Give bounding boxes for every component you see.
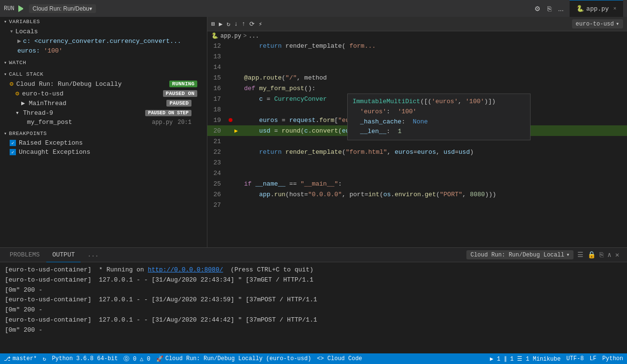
tt-line3: _hash_cache: None (353, 117, 525, 127)
line-num-24: 24 (207, 170, 227, 177)
cs-mainthread-label: ▶ MainThread (21, 99, 164, 107)
python-label: Python 3.6.8 64-bit (52, 355, 118, 362)
sb-branch[interactable]: ⎇ master* (4, 355, 37, 363)
variable-tooltip: ImmutableMultiDict([('euros', '100')]) '… (347, 94, 531, 140)
output-dropdown-chevron: ▾ (566, 251, 570, 258)
variables-header[interactable]: ▾ VARIABLES (0, 17, 207, 27)
output-link[interactable]: http://0.0.0.0:8080/ (148, 266, 223, 273)
tab-close-icon[interactable]: × (613, 6, 616, 12)
debug-dropdown-chevron: ▾ (616, 20, 619, 27)
sb-errors[interactable]: ⓪ 0 △ 0 (123, 355, 150, 363)
list-icon[interactable]: ☰ (577, 251, 584, 259)
breakpoints-header[interactable]: ▾ BREAKPOINTS (0, 129, 207, 138)
sb-language[interactable]: Python (602, 355, 623, 363)
cs-cloud-run[interactable]: ⚙ Cloud Run: Run/Debug Locally RUNNING (0, 79, 207, 89)
line-num-25: 25 (207, 180, 227, 188)
cs-euro-to-usd[interactable]: ⚙ euro-to-usd PAUSED ON (0, 89, 207, 98)
line-content-25[interactable]: if __name__ == "__main__": (242, 180, 627, 188)
line-num-15: 15 (207, 74, 227, 81)
tab-apppy[interactable]: 🐍 app.py × (570, 0, 623, 17)
cs-lineno: 20:1 (177, 119, 191, 126)
sb-debug-info[interactable]: ▶ 1 ∥ 1 ☰ 1 Minikube (490, 355, 561, 363)
bp-dot-19[interactable] (227, 118, 234, 122)
more-icon[interactable]: ... (557, 4, 565, 13)
callstack-header[interactable]: ▾ CALL STACK (0, 69, 207, 79)
code-line-22: 22 return render_template("form.html", e… (207, 147, 627, 157)
code-lines: 12 return render_template( form... 13 14 (207, 40, 627, 247)
var-c[interactable]: ▶ c: <currency_converter.currency_conver… (0, 36, 207, 46)
tab-more[interactable]: ... (82, 248, 104, 262)
code-line-23: 23 (207, 157, 627, 168)
var-euros: euros: '100' (0, 46, 207, 56)
bp-uncaught: Uncaught Exceptions (0, 148, 207, 157)
debug-toolbar: ⊞ ▶ ↻ ↓ ↑ ⟳ ⚡ euro-to-usd ▾ (207, 17, 627, 31)
debug-grid-icon[interactable]: ⊞ (211, 20, 215, 28)
right-panel: ⊞ ▶ ↻ ↓ ↑ ⟳ ⚡ euro-to-usd ▾ 🐍 app.py > .… (207, 17, 627, 247)
branch-icon: ⎇ (4, 355, 11, 363)
code-line-24: 24 (207, 168, 627, 178)
copy-icon[interactable]: ⎘ (600, 251, 603, 259)
sb-cloud-code[interactable]: <> Cloud Code (317, 355, 362, 362)
locals-label: Locals (15, 28, 38, 35)
cs-my-form-post[interactable]: my_form_post app.py 20:1 (0, 118, 207, 127)
tab-problems[interactable]: PROBLEMS (4, 248, 45, 262)
output-line-1: [euro-to-usd-container] * Running on htt… (5, 265, 622, 275)
code-line-12: 12 return render_template( form... (207, 40, 627, 51)
tab-filename: app.py (586, 5, 609, 13)
terminal-icon[interactable]: ⎘ (546, 4, 552, 13)
callstack-section: ▾ CALL STACK ⚙ Cloud Run: Run/Debug Loca… (0, 69, 207, 127)
output-line-5: [0m" 200 - (5, 305, 622, 315)
debug-stepover-icon[interactable]: ↓ (234, 20, 238, 27)
bp-uncaught-label: Uncaught Exceptions (19, 148, 90, 156)
bp-uncaught-checkbox[interactable] (10, 149, 16, 155)
sb-python[interactable]: Python 3.6.8 64-bit (52, 355, 118, 362)
chevron-up-icon[interactable]: ∧ (607, 251, 611, 259)
line-content-16[interactable]: def my_form_post(): (242, 85, 627, 92)
sb-right: ▶ 1 ∥ 1 ☰ 1 Minikube UTF-8 LF Python (490, 355, 623, 363)
output-dropdown-label: Cloud Run: Run/Debug Locall (470, 252, 564, 258)
debug-stepup-icon[interactable]: ↑ (242, 20, 245, 27)
sb-sync[interactable]: ↻ (42, 355, 46, 363)
bp-raised-checkbox[interactable] (10, 140, 16, 146)
debug-disconnect-icon[interactable]: ⚡ (259, 20, 262, 28)
status-bar: ⎇ master* ↻ Python 3.6.8 64-bit ⓪ 0 △ 0 … (0, 353, 627, 364)
variables-arrow: ▾ (4, 19, 7, 25)
sb-line-ending[interactable]: LF (589, 355, 596, 363)
line-num-19: 19 (207, 117, 227, 124)
config-label: Cloud Run: Run/Debu▾ (33, 5, 92, 12)
debug-play-icon[interactable]: ▶ (219, 20, 223, 28)
locals-row[interactable]: ▾ Locals (0, 27, 207, 36)
line-content-15[interactable]: @app.route("/", method (242, 74, 627, 81)
debug-reload-icon[interactable]: ⟳ (249, 20, 255, 28)
debug-config-dropdown[interactable]: euro-to-usd ▾ (572, 19, 623, 28)
line-content-22[interactable]: return render_template("form.html", euro… (242, 148, 627, 156)
close-panel-icon[interactable]: ✕ (615, 251, 619, 259)
output-area: [euro-to-usd-container] * Running on htt… (0, 262, 627, 353)
sb-cloud-run[interactable]: 🚀 Cloud Run: Run/Debug Locally (euro-to-… (156, 355, 311, 363)
cs-main-thread[interactable]: ▶ MainThread PAUSED (0, 98, 207, 108)
run-play-icon[interactable] (18, 5, 25, 12)
lock-icon[interactable]: 🔒 (587, 251, 596, 259)
config-dropdown[interactable]: Cloud Run: Run/Debu▾ (29, 4, 96, 13)
cs-gear-icon2: ⚙ (15, 90, 19, 97)
settings-icon[interactable]: ⚙ (533, 4, 542, 13)
cs-thread9[interactable]: ▾ Thread-9 PAUSED ON STEP (0, 108, 207, 118)
debug-refresh-icon[interactable]: ↻ (227, 20, 231, 28)
bp-arrow: ▾ (4, 131, 7, 136)
line-num-21: 21 (207, 138, 227, 145)
output-source-dropdown[interactable]: Cloud Run: Run/Debug Locall ▾ (466, 250, 573, 259)
cs-fn-label: my_form_post (27, 119, 149, 126)
breakpoints-label: BREAKPOINTS (9, 131, 47, 136)
line-num-17: 17 (207, 95, 227, 103)
line-content-12[interactable]: return render_template( form... (242, 42, 627, 50)
sb-encoding[interactable]: UTF-8 (566, 355, 584, 363)
line-content-26[interactable]: app.run(host="0.0.0.0", port=int(os.envi… (242, 191, 627, 198)
tab-output[interactable]: OUTPUT (46, 248, 81, 262)
watch-header[interactable]: ▾ WATCH (0, 58, 207, 67)
watch-section: ▾ WATCH (0, 58, 207, 67)
code-line-27: 27 (207, 200, 627, 210)
top-bar: RUN Cloud Run: Run/Debu▾ ⚙ ⎘ ... 🐍 app.p… (0, 0, 627, 17)
bc-filename: app.py (220, 33, 241, 40)
watch-label: WATCH (9, 60, 27, 66)
line-num-27: 27 (207, 202, 227, 209)
